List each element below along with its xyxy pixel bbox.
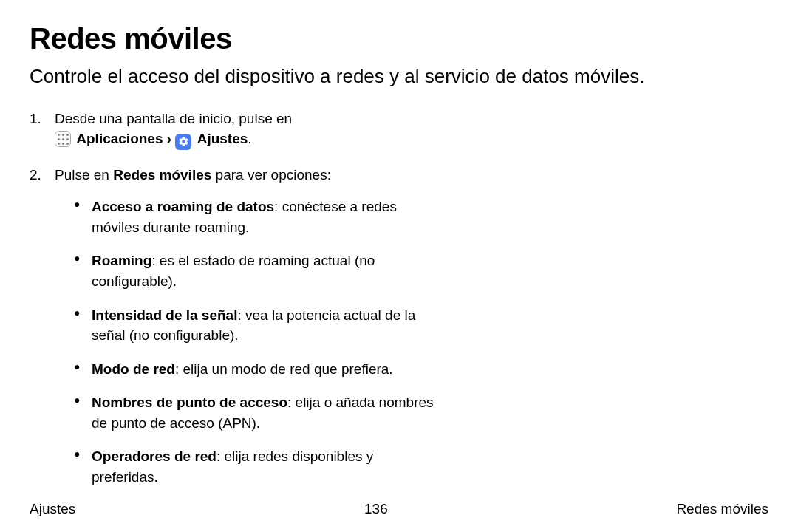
step-2-bold: Redes móviles — [113, 167, 211, 183]
option-term: Nombres de punto de acceso — [92, 395, 287, 410]
apps-label: Aplicaciones — [76, 131, 163, 146]
gear-icon — [175, 134, 191, 150]
apps-grid-icon — [55, 131, 71, 147]
page-footer: Ajustes 136 Redes móviles — [30, 501, 768, 517]
list-item: Acceso a roaming de datos: conéctese a r… — [74, 197, 443, 237]
step-2-pre: Pulse en — [55, 167, 113, 183]
list-item: Modo de red: elija un modo de red que pr… — [74, 359, 443, 380]
step-2-post: para ver opciones: — [211, 167, 331, 183]
option-desc: : elija un modo de red que prefiera. — [175, 361, 393, 377]
option-term: Acceso a roaming de datos — [92, 199, 274, 214]
step-2: Pulse en Redes móviles para ver opciones… — [30, 165, 443, 488]
list-item: Operadores de red: elija redes disponibl… — [74, 446, 443, 487]
option-term: Operadores de red — [92, 449, 216, 464]
steps-list: Desde una pantalla de inicio, pulse en A… — [30, 109, 443, 488]
option-term: Roaming — [92, 253, 151, 268]
footer-right: Redes móviles — [676, 501, 768, 517]
option-term: Intensidad de la señal — [92, 307, 237, 323]
list-item: Nombres de punto de acceso: elija o añad… — [74, 392, 443, 433]
list-item: Roaming: es el estado de roaming actual … — [74, 250, 443, 291]
footer-page-number: 136 — [364, 501, 388, 517]
content-body: Desde una pantalla de inicio, pulse en A… — [30, 109, 443, 488]
page-subtitle: Controle el acceso del dispositivo a red… — [30, 64, 768, 89]
settings-label: Ajustes — [197, 131, 248, 146]
options-list: Acceso a roaming de datos: conéctese a r… — [55, 197, 443, 487]
list-item: Intensidad de la señal: vea la potencia … — [74, 305, 443, 346]
footer-left: Ajustes — [30, 501, 75, 517]
chevron-right-icon: › — [167, 131, 171, 146]
step-1-pre: Desde una pantalla de inicio, pulse en — [55, 111, 292, 126]
option-term: Modo de red — [92, 361, 175, 377]
step-1: Desde una pantalla de inicio, pulse en A… — [30, 109, 443, 150]
page-title: Redes móviles — [30, 22, 768, 55]
step-1-period: . — [248, 131, 251, 146]
